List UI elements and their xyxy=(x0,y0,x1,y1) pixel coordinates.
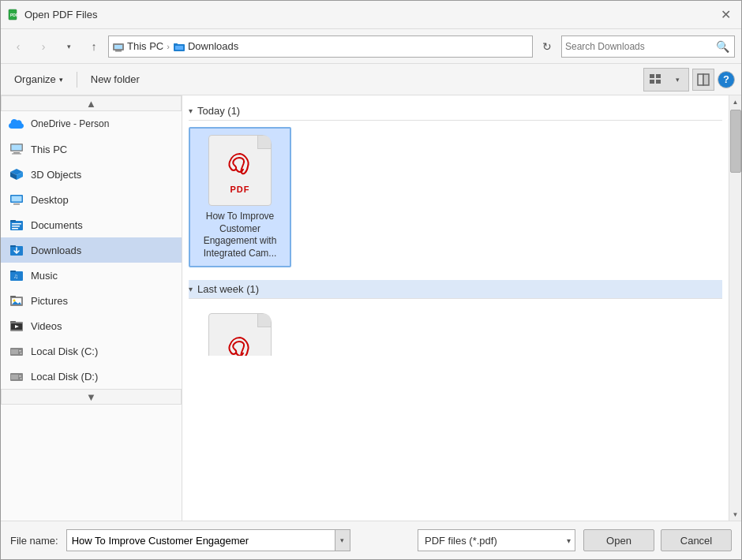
breadcrumb-item-thispc: This PC xyxy=(112,40,163,52)
sidebar-label-pictures: Pictures xyxy=(31,295,68,307)
svg-rect-29 xyxy=(10,271,16,272)
svg-rect-11 xyxy=(656,80,661,84)
svg-rect-39 xyxy=(11,349,18,354)
sidebar-item-music[interactable]: ♫ Music xyxy=(1,263,182,288)
view-dropdown-button[interactable]: ▾ xyxy=(666,69,688,91)
svg-rect-44 xyxy=(19,375,21,377)
svg-rect-19 xyxy=(12,196,22,202)
file-name-1: How To Improve Customer Engagement with … xyxy=(193,211,287,259)
section-header-today[interactable]: ▾ Today (1) xyxy=(189,102,722,121)
lastweek-section-label: Last week (1) xyxy=(197,283,259,295)
svg-text:PDF: PDF xyxy=(10,13,18,17)
sidebar-scroll-down[interactable]: ▼ xyxy=(1,389,182,405)
pdf-text-1: PDF xyxy=(230,185,250,194)
svg-rect-23 xyxy=(12,223,21,225)
title-bar: PDF Open PDF Files ✕ xyxy=(1,1,741,29)
file-name-input-group: ▾ xyxy=(66,529,350,551)
pdf-icon-1: PDF xyxy=(208,135,272,206)
file-item-1[interactable]: PDF How To Improve Customer Engagement w… xyxy=(189,127,291,267)
pdf-bg-1: PDF xyxy=(208,135,272,206)
sidebar-item-desktop[interactable]: Desktop xyxy=(1,187,182,212)
file-area: ▾ Today (1) xyxy=(182,95,729,521)
sidebar-item-localc[interactable]: Local Disk (C:) xyxy=(1,338,182,364)
nav-dropdown-button[interactable]: ▾ xyxy=(58,35,80,58)
help-button[interactable]: ? xyxy=(718,71,735,88)
sidebar-label-documents: Documents xyxy=(31,219,83,231)
svg-rect-8 xyxy=(650,74,654,78)
sidebar-label-downloads: Downloads xyxy=(31,245,81,256)
sidebar-item-onedrive[interactable]: OneDrive - Person xyxy=(1,111,182,136)
scrollbar-track-empty xyxy=(729,174,741,508)
view-icon-button[interactable] xyxy=(644,69,666,91)
scrollbar-up-arrow[interactable]: ▲ xyxy=(729,95,741,108)
svg-rect-3 xyxy=(114,45,122,49)
section-header-lastweek[interactable]: ▾ Last week (1) xyxy=(189,280,722,299)
music-icon: ♫ xyxy=(9,267,24,283)
organize-button[interactable]: Organize ▾ xyxy=(7,69,70,91)
svg-text:♫: ♫ xyxy=(13,273,18,280)
svg-rect-17 xyxy=(12,154,21,155)
desktop-icon xyxy=(9,192,24,207)
action-buttons: Open Cancel xyxy=(583,529,732,551)
svg-point-45 xyxy=(21,378,22,379)
sidebar-label-3dobjects: 3D Objects xyxy=(31,169,81,181)
svg-rect-9 xyxy=(656,74,661,78)
new-folder-button[interactable]: New folder xyxy=(84,69,147,91)
search-button[interactable]: 🔍 xyxy=(714,40,731,53)
svg-rect-12 xyxy=(698,74,703,85)
svg-rect-40 xyxy=(19,350,21,352)
open-button[interactable]: Open xyxy=(583,529,654,551)
toolbar-separator xyxy=(77,72,77,88)
sidebar-item-locald[interactable]: Local Disk (D:) xyxy=(1,364,182,389)
search-input[interactable] xyxy=(565,41,714,52)
file-type-group: PDF files (*.pdf) All Files (*.*) ▾ xyxy=(418,529,575,551)
cancel-button[interactable]: Cancel xyxy=(661,529,732,551)
pdf-icon-2 xyxy=(208,313,272,356)
svg-rect-10 xyxy=(650,80,654,84)
bottom-bar: File name: ▾ PDF files (*.pdf) All Files… xyxy=(1,521,741,559)
acrobat-symbol-1 xyxy=(226,151,254,183)
pdf-bg-2 xyxy=(208,313,272,356)
videos-icon xyxy=(9,318,24,334)
forward-button[interactable]: › xyxy=(32,35,54,58)
dialog-title: Open PDF Files xyxy=(24,9,97,21)
sidebar-item-pictures[interactable]: Pictures xyxy=(1,288,182,313)
sidebar-label-thispc: This PC xyxy=(31,144,67,155)
file-area-scrollbar[interactable]: ▲ ▼ xyxy=(729,95,741,521)
file-name-dropdown[interactable]: ▾ xyxy=(335,529,350,551)
svg-rect-15 xyxy=(12,145,22,151)
sidebar-item-documents[interactable]: Documents xyxy=(1,212,182,237)
toolbar-right: ▾ ? xyxy=(643,68,735,91)
sidebar-item-3dobjects[interactable]: 3D Objects xyxy=(1,162,182,187)
file-type-select[interactable]: PDF files (*.pdf) All Files (*.*) xyxy=(418,529,575,551)
refresh-button[interactable]: ↻ xyxy=(536,35,558,58)
breadcrumb-downloads-label: Downloads xyxy=(188,40,238,52)
file-item-2[interactable] xyxy=(189,305,291,368)
sidebar-label-videos: Videos xyxy=(31,320,62,332)
sidebar-item-downloads[interactable]: Downloads xyxy=(1,237,182,263)
documents-icon xyxy=(9,217,24,233)
svg-rect-20 xyxy=(13,203,20,205)
sidebar-label-music: Music xyxy=(31,270,58,282)
pane-button[interactable] xyxy=(692,69,714,91)
back-button[interactable]: ‹ xyxy=(7,35,29,58)
open-pdf-dialog: PDF Open PDF Files ✕ ‹ › ▾ ↑ This PC › xyxy=(0,0,742,560)
title-bar-left: PDF Open PDF Files xyxy=(7,9,97,21)
app-icon: PDF xyxy=(7,9,20,21)
sidebar-label-desktop: Desktop xyxy=(31,194,69,206)
svg-rect-43 xyxy=(11,375,18,379)
file-name-input[interactable] xyxy=(66,529,335,551)
scrollbar-down-arrow[interactable]: ▼ xyxy=(729,508,741,521)
svg-rect-27 xyxy=(10,245,16,247)
onedrive-icon xyxy=(9,116,24,132)
svg-rect-16 xyxy=(13,152,20,154)
up-button[interactable]: ↑ xyxy=(83,35,105,58)
svg-rect-32 xyxy=(10,296,16,297)
close-button[interactable]: ✕ xyxy=(716,6,735,24)
sidebar-item-videos[interactable]: Videos xyxy=(1,313,182,338)
scrollbar-thumb[interactable] xyxy=(730,110,741,173)
sidebar-item-thispc[interactable]: This PC xyxy=(1,136,182,162)
breadcrumb[interactable]: This PC › Downloads xyxy=(108,35,533,58)
sidebar-scroll-up[interactable]: ▲ xyxy=(1,95,182,111)
downloads-icon xyxy=(9,242,24,258)
